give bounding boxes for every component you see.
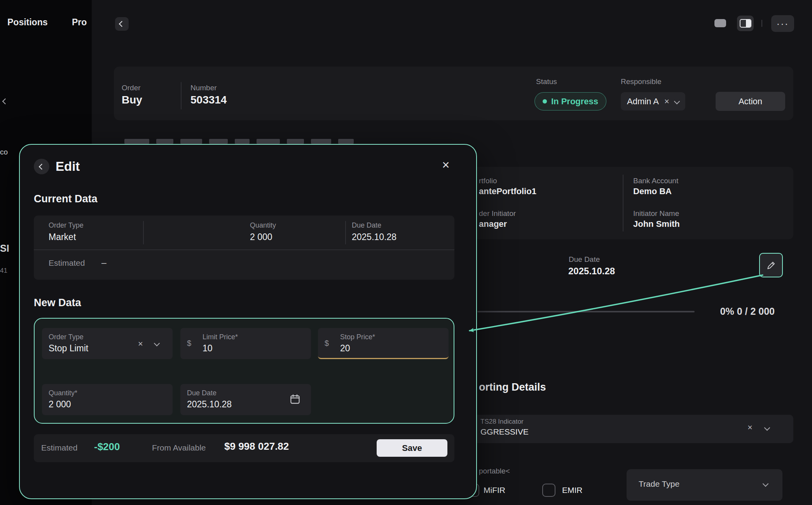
estimated-label: Estimated (41, 443, 77, 452)
from-available-label: From Available (152, 443, 206, 452)
app-root: Positions Pro co SI 41 ··· Order Buy Num… (0, 0, 812, 505)
modal-close-button[interactable]: × (438, 157, 454, 173)
currency-icon: $ (187, 339, 191, 348)
back-button[interactable] (115, 17, 129, 31)
order-type-select[interactable]: Order Type Stop Limit × (42, 328, 173, 359)
reporting-details-heading: orting Details (479, 381, 546, 393)
due-date-label: Due Date (569, 255, 600, 264)
sidebar-fragment: co (0, 148, 8, 156)
limit-price-label: Limit Price* (203, 333, 238, 341)
emir-label: EMIR (562, 486, 583, 495)
chevron-down-icon[interactable] (154, 340, 160, 347)
clear-icon[interactable]: × (664, 96, 669, 107)
divider (623, 175, 623, 231)
collapse-icon[interactable] (2, 98, 9, 105)
portfolio-value: antePortfolio1 (479, 186, 536, 196)
calendar-icon[interactable] (289, 393, 301, 405)
action-button[interactable]: Action (716, 92, 785, 111)
trade-type-placeholder: Trade Type (639, 479, 679, 489)
from-available-value: $9 998 027.82 (224, 440, 289, 452)
clear-icon[interactable]: × (747, 423, 753, 433)
clear-icon[interactable]: × (138, 339, 143, 349)
status-dot-icon (543, 99, 547, 103)
edit-due-date-button[interactable] (759, 253, 783, 277)
stop-price-label: Stop Price* (340, 333, 375, 341)
reportable-label: portable< (479, 467, 510, 475)
obscured-text (338, 139, 354, 144)
modal-title: Edit (56, 159, 80, 174)
current-quantity-value: 2 000 (250, 232, 272, 242)
responsible-label: Responsible (621, 77, 662, 86)
current-data-card: Order Type Market Quantity 2 000 Due Dat… (34, 216, 454, 280)
number-label: Number (190, 84, 217, 92)
chevron-down-icon[interactable] (763, 481, 769, 487)
divider (34, 249, 454, 250)
chevron-down-icon[interactable] (674, 98, 680, 105)
stop-price-value: 20 (340, 343, 350, 354)
progress-bar (477, 311, 695, 312)
bank-account-label: Bank Account (633, 177, 678, 185)
split-view-icon (740, 19, 751, 28)
due-date-field[interactable]: Due Date 2025.10.28 (180, 384, 311, 415)
due-date-value: 2025.10.28 (568, 266, 615, 277)
modal-back-button[interactable] (34, 159, 49, 174)
currency-icon: $ (325, 339, 329, 348)
divider (143, 221, 144, 244)
limit-price-value: 10 (203, 343, 213, 354)
order-initiator-value: anager (479, 219, 507, 229)
topbar-divider (761, 20, 762, 27)
layout-split-button[interactable] (737, 16, 754, 31)
save-button[interactable]: Save (377, 439, 447, 457)
layout-compact-icon[interactable] (714, 19, 726, 29)
current-estimated-label: Estimated (49, 258, 85, 268)
initiator-name-value: John Smith (633, 219, 680, 229)
responsible-select[interactable]: Admin A × (621, 92, 685, 110)
obscured-text (124, 139, 149, 144)
more-options-button[interactable]: ··· (771, 15, 794, 32)
estimated-value: -$200 (94, 441, 120, 453)
quantity-field[interactable]: Quantity* 2 000 (42, 384, 173, 415)
obscured-text (180, 139, 202, 144)
number-value: 503314 (190, 94, 227, 106)
limit-price-field[interactable]: $ Limit Price* 10 (180, 328, 311, 359)
current-estimated-value: – (101, 258, 107, 268)
chevron-down-icon[interactable] (764, 425, 770, 431)
status-badge: In Progress (534, 92, 606, 110)
obscured-text (287, 139, 304, 144)
order-type-label: Order Type (49, 333, 84, 341)
modal-footer: Estimated -$200 From Available $9 998 02… (34, 434, 454, 462)
trade-type-select[interactable]: Trade Type (627, 469, 782, 501)
current-quantity-label: Quantity (250, 221, 276, 230)
order-header-card: Order Buy Number 503314 Status In Progre… (114, 67, 793, 120)
mifir-label: MiFIR (484, 486, 505, 495)
obscured-text (209, 139, 228, 144)
bank-account-value: Demo BA (633, 186, 672, 196)
order-value: Buy (122, 94, 142, 106)
status-text: In Progress (551, 96, 598, 107)
chevron-left-icon (119, 21, 125, 27)
quantity-label: Quantity* (49, 389, 77, 397)
new-data-heading: New Data (34, 297, 81, 309)
emir-checkbox[interactable] (542, 484, 555, 497)
divider (345, 221, 346, 244)
current-due-date-value: 2025.10.28 (352, 232, 396, 242)
current-order-type-value: Market (49, 232, 76, 242)
rts28-select[interactable]: TS28 Indicator GGRESSIVE × (459, 415, 793, 443)
portfolio-label: rtfolio (479, 177, 497, 185)
obscured-text (257, 139, 280, 144)
tab-products[interactable]: Pro (72, 17, 87, 28)
initiator-name-label: Initiator Name (633, 209, 679, 218)
order-initiator-label: der Initiator (479, 209, 516, 218)
new-data-highlight-box: Order Type Stop Limit × $ Limit Price* 1… (34, 318, 454, 424)
current-due-date-label: Due Date (352, 221, 381, 230)
tab-positions[interactable]: Positions (7, 17, 48, 28)
order-type-value: Stop Limit (49, 343, 88, 354)
sidebar-fragment: 41 (0, 267, 7, 275)
stop-price-field[interactable]: $ Stop Price* 20 (318, 328, 449, 359)
status-label: Status (536, 77, 557, 86)
chevron-left-icon (38, 163, 45, 170)
current-order-type-label: Order Type (49, 221, 84, 230)
obscured-text (235, 139, 250, 144)
quantity-value: 2 000 (49, 399, 71, 410)
obscured-text (156, 139, 173, 144)
